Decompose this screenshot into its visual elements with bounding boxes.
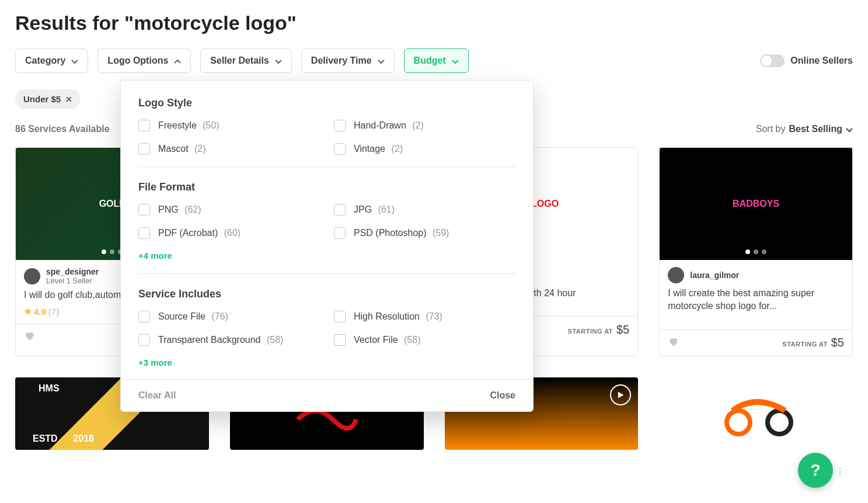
checkbox[interactable] xyxy=(334,227,346,239)
filter-option-count: (2) xyxy=(194,144,206,154)
filter-option-count: (60) xyxy=(224,228,240,238)
filter-option-label: Vintage (2) xyxy=(354,144,403,154)
chevron-down-icon xyxy=(275,57,282,64)
filters-row: Category Logo Options Seller Details Del… xyxy=(15,48,853,73)
filter-option[interactable]: PDF (Acrobat) (60) xyxy=(138,227,320,239)
filter-option-label: Vector File (58) xyxy=(354,335,420,345)
checkbox[interactable] xyxy=(334,143,346,155)
filter-category-label: Category xyxy=(25,55,65,66)
filter-seller-details-label: Seller Details xyxy=(210,55,269,66)
show-more-link[interactable]: +4 more xyxy=(138,251,172,261)
filter-budget-label: Budget xyxy=(414,55,446,66)
filter-option-label: Source File (76) xyxy=(158,311,228,322)
gig-thumbnail[interactable] xyxy=(659,377,853,450)
filter-category[interactable]: Category xyxy=(15,48,88,73)
page-title: Results for "motorcycle logo" xyxy=(15,12,853,34)
filter-option-label: Freestyle (50) xyxy=(158,120,219,131)
seller-avatar[interactable] xyxy=(668,267,684,283)
filter-option[interactable]: High Resolution (73) xyxy=(334,311,515,322)
filter-section-title: Service Includes xyxy=(138,288,515,300)
filter-option-label: High Resolution (73) xyxy=(354,311,442,322)
seller-name[interactable]: laura_gilmor xyxy=(690,270,739,280)
filter-delivery-time[interactable]: Delivery Time xyxy=(301,48,395,73)
filter-option-label: PNG (62) xyxy=(158,204,201,215)
results-count: 86 Services Available xyxy=(15,124,110,134)
filter-option-count: (62) xyxy=(184,204,201,214)
filter-option[interactable]: Transparent Background (58) xyxy=(138,334,320,346)
checkbox[interactable] xyxy=(138,311,150,322)
filter-option-count: (61) xyxy=(378,204,395,214)
checkbox[interactable] xyxy=(138,204,150,216)
filter-delivery-time-label: Delivery Time xyxy=(311,55,372,66)
chevron-down-icon xyxy=(378,57,385,64)
filter-option[interactable]: Vintage (2) xyxy=(334,143,515,155)
filter-option-label: JPG (61) xyxy=(354,204,395,215)
carousel-dots xyxy=(745,249,766,254)
checkbox[interactable] xyxy=(334,204,346,216)
filter-option-count: (59) xyxy=(433,228,449,238)
checkbox[interactable] xyxy=(138,120,150,131)
rating-value: 4.9 xyxy=(34,307,46,317)
close-icon[interactable]: ✕ xyxy=(65,95,72,104)
close-button[interactable]: Close xyxy=(490,390,515,401)
chevron-down-icon xyxy=(452,57,459,64)
chevron-down-icon xyxy=(71,57,78,64)
checkbox[interactable] xyxy=(138,227,150,239)
price: $5 xyxy=(616,323,629,337)
thumb-text: BADBOYS xyxy=(733,199,779,209)
filter-option[interactable]: Hand-Drawn (2) xyxy=(334,120,515,131)
filter-option-count: (76) xyxy=(211,311,228,321)
filter-option[interactable]: JPG (61) xyxy=(334,204,515,216)
checkbox[interactable] xyxy=(138,143,150,155)
filter-option[interactable]: Source File (76) xyxy=(138,311,320,322)
filter-option-count: (58) xyxy=(267,335,283,345)
filter-logo-options[interactable]: Logo Options xyxy=(97,48,191,73)
show-more-link[interactable]: +3 more xyxy=(138,358,172,367)
filter-option-label: Mascot (2) xyxy=(158,144,206,154)
starting-at-label: STARTING AT xyxy=(782,341,827,348)
checkbox[interactable] xyxy=(334,120,346,131)
filter-option-label: Hand-Drawn (2) xyxy=(354,120,424,131)
filter-option[interactable]: PNG (62) xyxy=(138,204,320,216)
filter-option[interactable]: Mascot (2) xyxy=(138,143,320,155)
filter-option-label: PDF (Acrobat) (60) xyxy=(158,228,240,238)
filter-seller-details[interactable]: Seller Details xyxy=(200,48,292,73)
gig-card[interactable]: BADBOYSlaura_gilmorI will create the bes… xyxy=(659,147,853,356)
chip-under-5[interactable]: Under $5 ✕ xyxy=(15,89,81,109)
seller-level: Level 1 Seller xyxy=(46,276,99,285)
filter-section-title: Logo Style xyxy=(138,97,515,109)
carousel-dots xyxy=(102,249,123,254)
checkbox[interactable] xyxy=(138,334,150,346)
chip-label: Under $5 xyxy=(23,94,61,104)
filter-budget[interactable]: Budget xyxy=(404,48,469,73)
gig-thumbnail[interactable]: BADBOYS xyxy=(660,148,852,260)
checkbox[interactable] xyxy=(334,311,346,322)
filter-option-label: Transparent Background (58) xyxy=(158,335,283,345)
rating-count: (7) xyxy=(48,307,59,317)
filter-option[interactable]: Vector File (58) xyxy=(334,334,515,346)
filter-option-label: PSD (Photoshop) (59) xyxy=(354,228,449,238)
favorite-button[interactable] xyxy=(668,336,679,350)
star-icon: ★ xyxy=(24,306,32,317)
sort-label: Sort by xyxy=(756,124,786,134)
filter-logo-options-label: Logo Options xyxy=(107,55,168,66)
online-sellers-label: Online Sellers xyxy=(790,55,853,66)
seller-name[interactable]: spe_designer xyxy=(46,267,99,276)
favorite-button[interactable] xyxy=(24,330,36,344)
checkbox[interactable] xyxy=(334,334,346,346)
carousel-dots xyxy=(531,249,552,254)
logo-options-dropdown: Logo StyleFreestyle (50)Hand-Drawn (2)Ma… xyxy=(120,80,534,412)
online-sellers-toggle[interactable] xyxy=(760,54,785,67)
filter-option-count: (50) xyxy=(203,120,219,130)
sort-value: Best Selling xyxy=(789,124,842,134)
filter-option[interactable]: Freestyle (50) xyxy=(138,120,320,131)
price: $5 xyxy=(831,336,844,349)
sort-by-dropdown[interactable]: Sort by Best Selling xyxy=(756,124,853,134)
chevron-down-icon xyxy=(846,126,853,133)
clear-all-button[interactable]: Clear All xyxy=(138,390,176,401)
play-icon[interactable] xyxy=(610,384,631,405)
online-sellers-toggle-group: Online Sellers xyxy=(760,54,853,67)
gig-title[interactable]: I will create the best amazing super mot… xyxy=(660,287,852,318)
seller-avatar[interactable] xyxy=(24,268,40,285)
filter-option[interactable]: PSD (Photoshop) (59) xyxy=(334,227,515,239)
